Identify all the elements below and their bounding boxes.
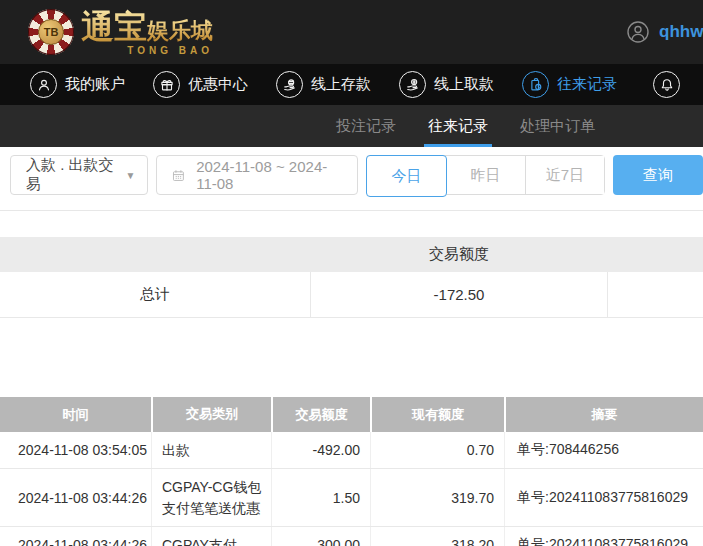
chip-label: TB (38, 19, 64, 45)
cell-memo: 单号:202411083775816029 (504, 469, 703, 526)
col-header-type: 交易类别 (151, 397, 271, 432)
tab-transaction-records[interactable]: 往来记录 (428, 105, 488, 147)
transactions-table: 时间 交易类别 交易额度 现有额度 摘要 2024-11-08 03:54:05… (0, 397, 703, 546)
user-icon (30, 71, 57, 98)
tab-label: 往来记录 (428, 117, 488, 136)
cell-time: 2024-11-08 03:54:05 (0, 432, 151, 468)
brand-logo[interactable]: TB 通宝娱乐城 TONG BAO (28, 9, 213, 55)
cell-type: CGPAY支付 (151, 527, 271, 546)
table-row: 2024-11-08 03:44:26 CGPAY-CG钱包支付笔笔送优惠 1.… (0, 469, 703, 527)
brand-title: 通宝娱乐城 TONG BAO (81, 11, 213, 54)
nav-item-my-account[interactable]: 我的账户 (30, 71, 125, 98)
section-divider (0, 210, 703, 211)
nav-item-label: 优惠中心 (188, 75, 248, 94)
nav-item-label: 线上取款 (434, 75, 494, 94)
cell-type: CGPAY-CG钱包支付笔笔送优惠 (151, 469, 271, 526)
cell-amount: 300.00 (271, 527, 370, 546)
records-icon (522, 71, 549, 98)
nav-item-transaction-records[interactable]: 往来记录 (522, 71, 617, 98)
col-header-balance: 现有额度 (370, 397, 504, 432)
cell-time: 2024-11-08 03:44:26 (0, 469, 151, 526)
summary-header-label: 交易额度 (310, 245, 608, 264)
cell-amount: -492.00 (271, 432, 370, 468)
nav-item-label: 线上存款 (311, 75, 371, 94)
table-row: 2024-11-08 03:44:26 CGPAY支付 300.00 318.2… (0, 527, 703, 546)
deposit-icon (276, 71, 303, 98)
quick-btn-label: 今日 (392, 167, 422, 186)
main-nav: 我的账户 优惠中心 线上存款 线上取款 往来记录 (0, 64, 703, 105)
summary-total-row: 总计 -172.50 (0, 272, 703, 318)
sub-nav: 投注记录 往来记录 处理中订单 (0, 105, 703, 147)
gift-icon (153, 71, 180, 98)
nav-item-label: 往来记录 (557, 75, 617, 94)
chevron-down-icon: ▼ (125, 170, 135, 181)
summary-table: 交易额度 总计 -172.50 (0, 237, 703, 318)
summary-total-value: -172.50 (310, 272, 608, 317)
username-text: qhhwz (659, 22, 703, 42)
withdraw-icon (399, 71, 426, 98)
summary-header-row: 交易额度 (0, 237, 703, 272)
cell-balance: 0.70 (370, 432, 504, 468)
tab-betting-records[interactable]: 投注记录 (336, 105, 396, 147)
cell-type: 出款 (151, 432, 271, 468)
tab-pending-orders[interactable]: 处理中订单 (520, 105, 595, 147)
quick-btn-label: 昨日 (471, 166, 501, 185)
transaction-type-select[interactable]: 入款 . 出款交易 ▼ (10, 155, 148, 195)
cell-time: 2024-11-08 03:44:26 (0, 527, 151, 546)
filter-bar: 入款 . 出款交易 ▼ 2024-11-08 ~ 2024-11-08 今日 昨… (10, 155, 703, 195)
nav-item-online-withdraw[interactable]: 线上取款 (399, 71, 494, 98)
poker-chip-icon: TB (28, 9, 74, 55)
user-account[interactable]: qhhwz (626, 0, 703, 64)
cell-amount: 1.50 (271, 469, 370, 526)
nav-item-promotions[interactable]: 优惠中心 (153, 71, 248, 98)
cell-memo: 单号:708446256 (504, 432, 703, 468)
brand-title-main: 通宝 (81, 9, 147, 45)
table-header-row: 时间 交易类别 交易额度 现有额度 摘要 (0, 397, 703, 432)
col-header-memo: 摘要 (504, 397, 703, 432)
nav-item-label: 我的账户 (65, 75, 125, 94)
transaction-type-value: 入款 . 出款交易 (26, 156, 125, 194)
col-header-time: 时间 (0, 397, 151, 432)
cell-balance: 319.70 (370, 469, 504, 526)
calendar-icon (171, 167, 186, 184)
user-avatar-icon (626, 20, 650, 44)
table-row: 2024-11-08 03:54:05 出款 -492.00 0.70 单号:7… (0, 432, 703, 469)
nav-item-notifications[interactable] (653, 71, 680, 98)
active-tab-underline (424, 144, 492, 147)
col-header-amount: 交易额度 (271, 397, 370, 432)
quick-btn-today[interactable]: 今日 (366, 155, 447, 197)
nav-item-online-deposit[interactable]: 线上存款 (276, 71, 371, 98)
cell-balance: 318.20 (370, 527, 504, 546)
quick-btn-yesterday[interactable]: 昨日 (446, 156, 525, 194)
bell-icon (653, 71, 680, 98)
tab-label: 处理中订单 (520, 117, 595, 136)
search-button[interactable]: 查询 (613, 155, 703, 195)
top-header: TB 通宝娱乐城 TONG BAO qhhwz (0, 0, 703, 64)
date-range-value: 2024-11-08 ~ 2024-11-08 (196, 158, 343, 192)
date-range-picker[interactable]: 2024-11-08 ~ 2024-11-08 (156, 155, 358, 195)
brand-title-sub: 娱乐城 (147, 18, 213, 43)
cell-memo: 单号:202411083775816029 (504, 527, 703, 546)
tab-label: 投注记录 (336, 117, 396, 136)
summary-total-label: 总计 (0, 285, 310, 304)
quick-date-group: 今日 昨日 近7日 (366, 155, 605, 195)
quick-btn-last-7-days[interactable]: 近7日 (525, 156, 604, 194)
quick-btn-label: 近7日 (546, 166, 584, 185)
brand-title-en: TONG BAO (127, 46, 213, 56)
